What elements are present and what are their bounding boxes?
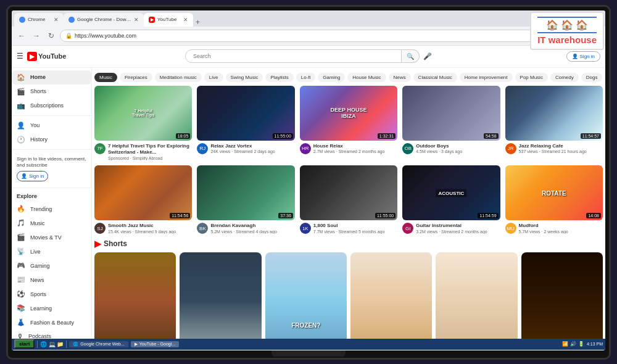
video-card-4[interactable]: 54:58 OB Outdoor Boys 4.5M views · 3 day… bbox=[402, 86, 500, 161]
sidebar-history-label: History bbox=[30, 136, 48, 143]
category-chip-housemusic[interactable]: House Music bbox=[347, 73, 386, 82]
browser-tab-3[interactable]: ▶ YouTube ✕ bbox=[144, 13, 193, 27]
sidebar-item-learning[interactable]: 📚 Learning bbox=[12, 301, 91, 315]
sidebar-item-music[interactable]: 🎵 Music bbox=[12, 216, 91, 230]
category-chip-swing[interactable]: Swing Music bbox=[226, 73, 263, 82]
video-card-8[interactable]: 11:55:00 1K 1,800 Soul 7.7M views · Stre… bbox=[300, 165, 397, 234]
header-signin-button[interactable]: 👤 Sign in bbox=[566, 51, 600, 62]
video-thumb-6: 11:54:56 bbox=[94, 165, 192, 220]
video-card-2[interactable]: 11:55:00 RJ Relax Jazz Vortex 24K views … bbox=[197, 86, 294, 161]
sidebar-item-home[interactable]: 🏠 Home bbox=[12, 70, 91, 85]
sidebar-item-subscriptions[interactable]: 📺 Subscriptions bbox=[12, 99, 91, 113]
video-title-1: 7 Helpful Travel Tips For Exploring Swit… bbox=[108, 143, 192, 156]
sidebar-item-shorts[interactable]: 🎬 Shorts bbox=[12, 85, 91, 99]
sidebar-item-live[interactable]: 📡 Live bbox=[12, 244, 91, 259]
category-chip-gaming[interactable]: Gaming bbox=[318, 73, 345, 82]
browser-tab-1[interactable]: Chrome ✕ bbox=[14, 13, 64, 27]
live-icon: 📡 bbox=[17, 247, 25, 255]
sidebar-item-movies[interactable]: 🎬 Movies & TV bbox=[12, 230, 91, 244]
sidebar-item-podcasts[interactable]: 🎙 Podcasts bbox=[12, 329, 91, 338]
category-chip-live[interactable]: Live bbox=[204, 73, 223, 82]
short-card-5[interactable]: Indoor scene bbox=[436, 252, 517, 338]
lock-icon: 🔒 bbox=[65, 33, 72, 39]
yt-header-center: 🔍 🎤 bbox=[83, 49, 534, 63]
video-meta-4: Outdoor Boys 4.5M views · 3 days ago bbox=[416, 143, 500, 154]
sidebar-item-history[interactable]: 🕐 History bbox=[12, 133, 91, 147]
video-info-5: JR Jazz Relaxing Cafe 537 views · Stream… bbox=[505, 143, 603, 154]
sidebar-item-trending[interactable]: 🔥 Trending bbox=[12, 202, 91, 216]
category-chip-comedy[interactable]: Comedy bbox=[550, 73, 579, 82]
tab-1-label: Chrome bbox=[28, 17, 45, 22]
yt-page-body: 🏠 Home 🎬 Shorts 📺 Subscriptions 👤 Y bbox=[12, 68, 605, 339]
search-wrapper: 🔍 🎤 bbox=[185, 49, 432, 63]
address-box[interactable]: 🔒 https://www.youtube.com bbox=[60, 30, 557, 42]
video-card-9[interactable]: ACOUSTIC 11:54:59 GI Guitar Instrumental… bbox=[402, 165, 500, 234]
video-card-7[interactable]: 37:36 BK Brendan Kavanagh 5.2M views · S… bbox=[197, 165, 294, 234]
video-meta-2: Relax Jazz Vortex 24K views · Streamed 2… bbox=[210, 143, 294, 154]
video-views-3: 2.7M views · Streamed 2 months ago bbox=[313, 149, 397, 154]
short-card-1[interactable]: Dog video bbox=[94, 252, 176, 338]
hamburger-menu[interactable]: ☰ bbox=[17, 52, 23, 60]
category-chip-dogs[interactable]: Dogs bbox=[581, 73, 603, 82]
movies-icon: 🎬 bbox=[17, 233, 25, 241]
sidebar-item-sports[interactable]: ⚽ Sports bbox=[12, 287, 91, 301]
yt-search-input[interactable] bbox=[185, 49, 402, 63]
thumb-text-10: ROTATE bbox=[542, 189, 566, 196]
sidebar-item-gaming[interactable]: 🎮 Gaming bbox=[12, 259, 91, 273]
channel-avatar-5: JR bbox=[505, 143, 516, 154]
new-tab-button[interactable]: + bbox=[196, 18, 200, 27]
yt-search-button[interactable]: 🔍 bbox=[402, 49, 420, 63]
video-meta-5: Jazz Relaxing Cafe 537 views · Streamed … bbox=[519, 143, 603, 154]
start-button[interactable]: start bbox=[14, 339, 35, 349]
yt-logo-icon: ▶ bbox=[27, 52, 37, 61]
monitor-stand bbox=[271, 350, 346, 357]
video-card-3[interactable]: DEEP HOUSEIBIZA 1:32:31 HR House Relax 2… bbox=[300, 86, 397, 161]
sidebar-item-news[interactable]: 📰 News bbox=[12, 273, 91, 287]
category-chip-music[interactable]: Music bbox=[94, 73, 117, 82]
url-text: https://www.youtube.com bbox=[75, 33, 136, 39]
category-chip-lofi[interactable]: Lo-fi bbox=[296, 73, 316, 82]
tab-2-close[interactable]: ✕ bbox=[134, 17, 139, 23]
yt-mic-button[interactable]: 🎤 bbox=[423, 52, 432, 60]
taskbar-sys-icons: 📶 🔊 🔋 bbox=[562, 341, 584, 347]
video-card-5[interactable]: 11:54:57 JR Jazz Relaxing Cafe 537 views… bbox=[505, 86, 603, 161]
sidebar-sports-label: Sports bbox=[30, 291, 46, 297]
video-card-10[interactable]: ROTATE 14:08 MU Mudford 5.7M views · 2 w… bbox=[505, 165, 603, 234]
browser-tab-2[interactable]: Google Chrome - Download t... ✕ bbox=[64, 13, 144, 27]
video-card-6[interactable]: 11:54:56 SJ Smooth Jazz Music 15.4K view… bbox=[94, 165, 192, 234]
short-card-4[interactable]: Man short bbox=[350, 252, 432, 338]
tab-3-close[interactable]: ✕ bbox=[183, 17, 188, 23]
tab-1-close[interactable]: ✕ bbox=[54, 17, 59, 23]
category-chip-playlists[interactable]: Playlists bbox=[265, 73, 293, 82]
learning-icon: 📚 bbox=[17, 304, 25, 312]
subscriptions-icon: 📺 bbox=[17, 102, 25, 110]
video-meta-6: Smooth Jazz Music 15.4K views · Streamed… bbox=[108, 223, 192, 234]
sidebar-home-label: Home bbox=[30, 74, 46, 80]
sports-icon: ⚽ bbox=[17, 290, 25, 298]
sidebar-item-fashion[interactable]: 👗 Fashion & Beauty bbox=[12, 315, 91, 329]
short-card-6[interactable]: Dark short bbox=[521, 252, 603, 338]
yt-logo[interactable]: ▶ YouTube bbox=[27, 52, 66, 61]
back-button[interactable]: ← bbox=[15, 31, 28, 40]
taskbar-item-youtube[interactable]: ▶ YouTube - Googl... bbox=[131, 341, 179, 347]
category-chip-meditation[interactable]: Meditation music bbox=[155, 73, 202, 82]
video-meta-3: House Relax 2.7M views · Streamed 2 mont… bbox=[313, 143, 397, 154]
monitor-screen: Chrome ✕ Google Chrome - Download t... ✕… bbox=[12, 10, 605, 350]
category-chip-news[interactable]: News bbox=[389, 73, 411, 82]
yt-main-content: Music Fireplaces Meditation music Live S… bbox=[92, 68, 605, 339]
reload-button[interactable]: ↻ bbox=[45, 31, 57, 40]
signin-button[interactable]: 👤 Sign in bbox=[17, 171, 48, 181]
badge-line-2 bbox=[537, 32, 597, 33]
short-card-3[interactable]: FROZEN? FROZEN? bbox=[265, 252, 347, 338]
category-chip-pop[interactable]: Pop Music bbox=[515, 73, 548, 82]
forward-button[interactable]: → bbox=[30, 31, 43, 40]
short-card-2[interactable]: Outdoor short bbox=[180, 252, 261, 338]
video-meta-10: Mudford 5.7M views · 2 weeks ago bbox=[519, 223, 603, 234]
taskbar-item-chrome[interactable]: 🌐 Google Chrome Web... bbox=[69, 341, 128, 347]
shorts-icon: 🎬 bbox=[17, 88, 25, 96]
video-card-1[interactable]: 7 HelpfulTravel Tips 18:05 7F 7 Helpful … bbox=[94, 86, 192, 161]
category-chip-home[interactable]: Home improvement bbox=[460, 73, 513, 82]
category-chip-classical[interactable]: Classical Music bbox=[413, 73, 457, 82]
sidebar-item-you[interactable]: 👤 You bbox=[12, 118, 91, 133]
category-chip-fireplaces[interactable]: Fireplaces bbox=[120, 73, 152, 82]
